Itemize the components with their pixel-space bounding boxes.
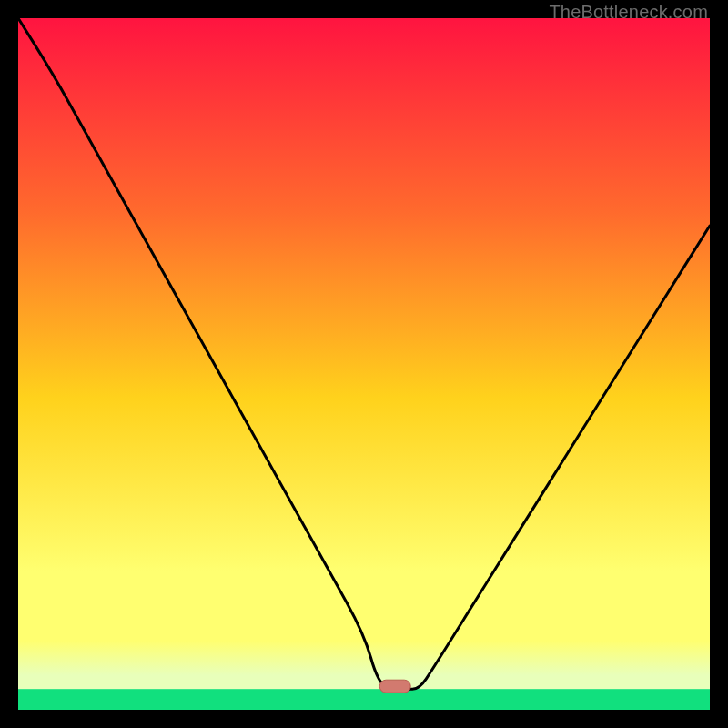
optimum-marker <box>379 680 410 693</box>
baseline-green-band <box>18 689 710 710</box>
watermark-label: TheBottleneck.com <box>549 2 708 23</box>
bottleneck-chart <box>18 18 710 710</box>
chart-frame: TheBottleneck.com <box>0 0 728 728</box>
plot-area <box>18 18 710 710</box>
gradient-background <box>18 18 710 710</box>
